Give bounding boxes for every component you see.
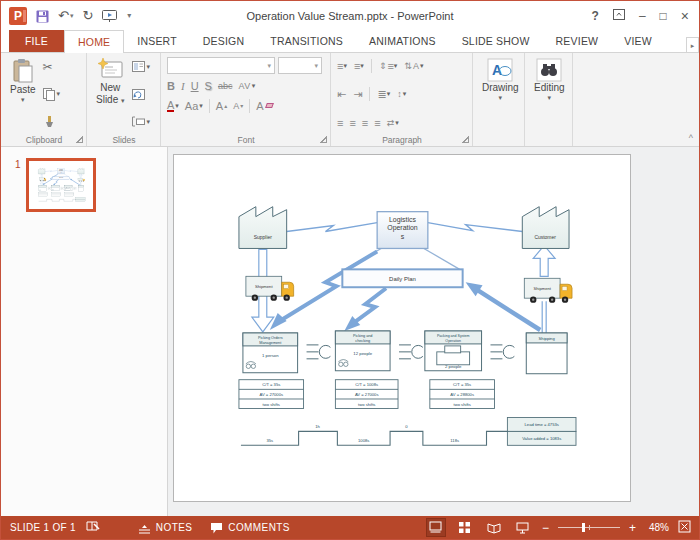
value-added-box[interactable]: Value added = 1083s xyxy=(75,199,85,201)
shipment-truck-left[interactable]: Shipment xyxy=(39,178,46,181)
zoom-slider-thumb[interactable] xyxy=(582,523,585,532)
columns-button[interactable]: ≣▾ xyxy=(377,88,390,101)
lightning-arrow-dailyplan-checking[interactable] xyxy=(53,179,59,185)
process-box-shipping[interactable]: Shipping xyxy=(78,186,84,192)
info-flow-supplier-logistics[interactable] xyxy=(287,223,377,232)
vsm-timeline[interactable]: 35s 1h 1008s 0 118s xyxy=(241,424,507,445)
daily-plan-box[interactable]: Daily Plan xyxy=(342,269,462,287)
customer-factory-shape[interactable]: Customer xyxy=(522,207,569,249)
slide-sorter-view-button[interactable] xyxy=(455,518,475,537)
numbering-button[interactable]: ≡▾ xyxy=(354,60,364,72)
powerpoint-app-icon[interactable]: P xyxy=(9,7,27,25)
undo-button[interactable]: ↶▾ xyxy=(58,8,73,24)
line-spacing-button[interactable]: ⇕≡▾ xyxy=(379,60,397,72)
lightning-arrow-dailyplan-checking[interactable] xyxy=(344,288,386,331)
inventory-symbol-3[interactable] xyxy=(490,345,514,359)
logistics-operations-box[interactable]: Logistics Operation s xyxy=(377,212,428,249)
tab-home[interactable]: HOME xyxy=(64,30,124,53)
data-box-3[interactable]: C/T = 35s AV = 28800s two shifts xyxy=(64,192,73,196)
redo-button[interactable]: ↻ xyxy=(82,8,93,24)
section-button[interactable]: ▾ xyxy=(132,113,151,130)
slide-editing-surface[interactable]: Supplier Customer Logistics Operation s xyxy=(173,154,631,502)
slide-thumbnail-item[interactable]: 1 xyxy=(15,158,167,212)
data-box-3[interactable]: C/T = 35s AV = 28800s two shifts xyxy=(430,380,495,409)
zoom-out-button[interactable]: − xyxy=(542,523,549,533)
font-name-combo[interactable]: ▾ xyxy=(167,57,275,74)
close-button[interactable]: × xyxy=(681,8,689,24)
undo-dropdown-icon[interactable]: ▾ xyxy=(70,8,74,24)
zoom-level[interactable]: 48% xyxy=(645,522,669,533)
new-slide-button[interactable]: New Slide ▾ xyxy=(91,56,130,132)
zoom-in-button[interactable]: + xyxy=(629,523,636,533)
slide-1-thumbnail[interactable]: Supplier Customer Logistics Operation s xyxy=(26,158,96,212)
italic-button[interactable]: I xyxy=(181,80,185,92)
collapse-ribbon-button[interactable]: ^ xyxy=(689,133,693,143)
drawing-button[interactable]: A Drawing ▾ xyxy=(477,56,524,132)
help-button[interactable]: ? xyxy=(592,9,599,23)
character-spacing-button[interactable]: AV▾ xyxy=(238,81,255,91)
tab-slide-show[interactable]: SLIDE SHOW xyxy=(449,30,543,52)
grow-font-button[interactable]: A▴ xyxy=(216,100,227,112)
process-box-picking-checking[interactable]: Picking and checking 12 people xyxy=(51,185,59,191)
supplier-factory-shape[interactable]: Supplier xyxy=(38,168,45,174)
tab-view[interactable]: VIEW xyxy=(611,30,665,52)
customer-factory-shape[interactable]: Customer xyxy=(77,168,83,174)
process-box-picking-checking[interactable]: Picking and checking 12 people xyxy=(335,331,390,371)
inventory-symbol-2[interactable] xyxy=(60,187,63,189)
font-size-combo[interactable]: ▾ xyxy=(278,57,322,74)
lead-time-box[interactable]: Lead time = 4753s xyxy=(75,197,85,199)
tab-file[interactable]: FILE xyxy=(9,30,64,52)
copy-dropdown-icon[interactable]: ▾ xyxy=(57,90,61,98)
bold-button[interactable]: B xyxy=(167,80,175,92)
decrease-indent-button[interactable]: ⇤ xyxy=(337,88,346,101)
copy-button[interactable]: ▾ xyxy=(43,86,61,103)
start-from-beginning-button[interactable] xyxy=(102,10,117,22)
text-shadow-button[interactable]: S xyxy=(205,80,212,92)
align-text-button[interactable]: ↕▾ xyxy=(397,89,406,99)
notes-button[interactable]: NOTES xyxy=(138,522,192,534)
zoom-slider[interactable] xyxy=(558,527,620,528)
align-right-button[interactable]: ≡ xyxy=(362,117,367,129)
info-flow-supplier-logistics[interactable] xyxy=(45,170,58,171)
value-added-box[interactable]: Value added = 1083s xyxy=(507,431,576,445)
clipboard-dialog-launcher[interactable] xyxy=(76,136,83,143)
vsm-timeline[interactable]: 35s 1h 1008s 0 118s xyxy=(38,198,75,201)
paste-button[interactable]: Paste ▾ xyxy=(5,56,41,132)
logistics-operations-box[interactable]: Logistics Operation s xyxy=(57,168,64,174)
comments-button[interactable]: COMMENTS xyxy=(210,522,290,534)
reading-view-button[interactable] xyxy=(484,518,504,537)
convert-smartart-button[interactable]: ⇄▾ xyxy=(387,118,399,128)
process-box-packing-system[interactable]: Packing and System Operation 2 people xyxy=(425,331,482,371)
tab-review[interactable]: REVIEW xyxy=(543,30,612,52)
format-painter-button[interactable] xyxy=(43,113,61,130)
reset-button[interactable] xyxy=(132,86,151,103)
tab-insert[interactable]: INSERT xyxy=(124,30,190,52)
shipment-truck-right[interactable]: Shipment xyxy=(524,278,572,303)
strikethrough-button[interactable]: abc xyxy=(218,81,233,91)
shrink-font-button[interactable]: A▾ xyxy=(233,101,243,111)
daily-plan-box[interactable]: Daily Plan xyxy=(52,177,69,179)
align-left-button[interactable]: ≡ xyxy=(337,117,342,129)
process-box-picking-orders[interactable]: Picking Orders Management 1 person xyxy=(38,185,46,191)
info-flow-logistics-customer[interactable] xyxy=(64,170,77,171)
customize-qat-button[interactable]: ▾ xyxy=(126,8,131,24)
align-center-button[interactable]: ≡ xyxy=(349,117,354,129)
increase-indent-button[interactable]: ⇥ xyxy=(353,88,362,101)
supplier-factory-shape[interactable]: Supplier xyxy=(239,207,287,249)
maximize-button[interactable]: □ xyxy=(660,9,667,23)
info-flow-logistics-customer[interactable] xyxy=(428,223,522,232)
normal-view-button[interactable] xyxy=(426,518,446,537)
cut-button[interactable]: ✂ xyxy=(43,58,61,75)
paste-dropdown-icon[interactable]: ▾ xyxy=(21,96,25,104)
process-box-shipping[interactable]: Shipping xyxy=(526,333,567,374)
editing-button[interactable]: Editing ▾ xyxy=(529,56,570,132)
proofing-status-button[interactable] xyxy=(86,520,100,535)
tab-design[interactable]: DESIGN xyxy=(190,30,257,52)
clear-formatting-button[interactable]: A xyxy=(256,100,272,112)
text-direction-button[interactable]: ⇅A▾ xyxy=(404,61,423,71)
tab-transitions[interactable]: TRANSITIONS xyxy=(257,30,356,52)
inventory-symbol-1[interactable] xyxy=(307,345,331,359)
shipment-truck-right[interactable]: Shipment xyxy=(78,178,85,181)
layout-button[interactable]: ▾ xyxy=(132,58,151,75)
inventory-symbol-3[interactable] xyxy=(73,187,76,189)
